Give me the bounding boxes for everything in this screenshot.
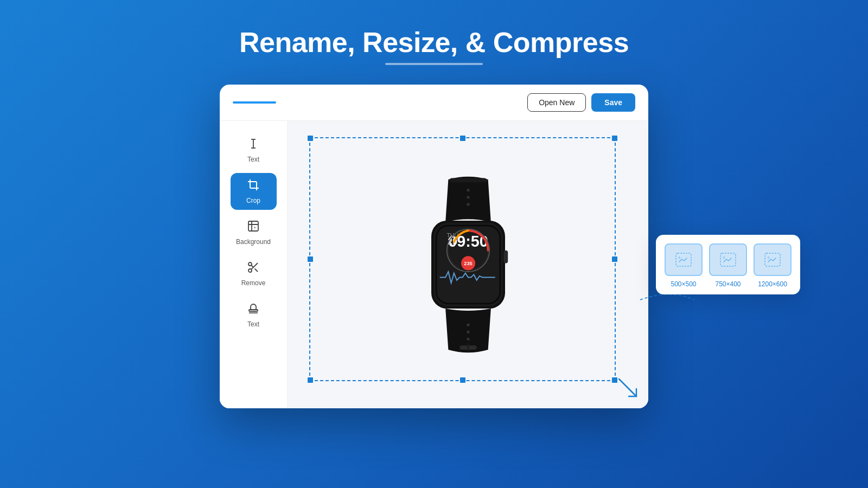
resize-panel-750[interactable]: 750×400 xyxy=(709,243,747,288)
text-tool-label: Text xyxy=(247,156,259,163)
sidebar-item-remove[interactable]: Remove xyxy=(231,255,277,292)
resize-thumb-500 xyxy=(665,243,703,276)
resize-label-500: 500×500 xyxy=(671,280,696,288)
svg-rect-33 xyxy=(676,253,691,266)
window-body: Text Crop xyxy=(220,121,648,408)
background-icon xyxy=(247,220,260,235)
save-button[interactable]: Save xyxy=(591,93,635,112)
sidebar-item-text[interactable]: Text xyxy=(231,132,277,169)
sidebar-item-background[interactable]: Background xyxy=(231,214,277,251)
svg-rect-35 xyxy=(720,253,736,266)
crop-icon xyxy=(247,178,260,194)
svg-point-14 xyxy=(467,203,469,206)
resize-panel-500[interactable]: 500×500 xyxy=(665,243,703,288)
svg-point-13 xyxy=(467,196,469,198)
canvas-area: 09:50 THU 20 235 xyxy=(288,121,648,408)
crop-handle-bottomleft[interactable] xyxy=(308,377,313,383)
svg-point-36 xyxy=(723,256,725,259)
crop-handle-bottomright[interactable] xyxy=(612,377,617,383)
svg-point-12 xyxy=(467,189,469,191)
resize-panels-card: 500×500 750×400 xyxy=(656,235,800,294)
scissors-icon xyxy=(247,261,260,276)
crop-handle-topleft[interactable] xyxy=(308,136,313,141)
svg-point-29 xyxy=(467,338,469,341)
resize-thumb-1200 xyxy=(754,243,792,276)
svg-point-5 xyxy=(248,269,252,272)
svg-rect-31 xyxy=(467,343,469,352)
text2-tool-label: Text xyxy=(247,320,259,328)
resize-label-750: 750×400 xyxy=(715,280,741,288)
svg-rect-26 xyxy=(503,251,508,264)
sidebar: Text Crop xyxy=(220,121,288,408)
open-new-button[interactable]: Open New xyxy=(527,93,586,112)
svg-line-7 xyxy=(254,268,258,272)
resize-arrow-indicator xyxy=(618,378,637,397)
background-tool-label: Background xyxy=(236,238,271,246)
svg-point-27 xyxy=(467,324,469,326)
svg-line-8 xyxy=(251,265,253,267)
app-window: Open New Save Text xyxy=(220,85,648,408)
text-cursor-icon xyxy=(247,137,260,152)
resize-label-1200: 1200×600 xyxy=(758,280,787,288)
remove-tool-label: Remove xyxy=(241,279,266,287)
resize-thumb-750 xyxy=(709,243,747,276)
svg-point-4 xyxy=(248,262,252,266)
svg-rect-11 xyxy=(450,178,487,182)
watch-preview-image: 09:50 THU 20 235 xyxy=(392,172,544,357)
crop-handle-midleft[interactable] xyxy=(308,256,313,262)
stamp-icon xyxy=(247,302,260,317)
header-buttons: Open New Save xyxy=(527,93,635,112)
resize-panel-1200[interactable]: 1200×600 xyxy=(754,243,792,288)
svg-rect-9 xyxy=(249,310,258,311)
page-title: Rename, Resize, & Compress xyxy=(239,26,629,65)
crop-tool-label: Crop xyxy=(246,197,260,204)
svg-text:235: 235 xyxy=(464,261,472,266)
svg-point-38 xyxy=(768,256,770,259)
crop-handle-topmid[interactable] xyxy=(460,136,465,141)
crop-handle-midright[interactable] xyxy=(612,256,617,262)
crop-handle-topright[interactable] xyxy=(612,136,617,141)
sidebar-item-crop[interactable]: Crop xyxy=(231,173,277,210)
crop-handle-bottommid[interactable] xyxy=(460,377,465,383)
window-header: Open New Save xyxy=(220,85,648,121)
svg-point-28 xyxy=(467,331,469,333)
sidebar-item-text2[interactable]: Text xyxy=(231,297,277,333)
svg-point-34 xyxy=(679,256,681,259)
svg-rect-37 xyxy=(765,253,780,266)
tab-bar xyxy=(233,101,276,104)
active-tab-indicator xyxy=(233,101,276,104)
svg-rect-3 xyxy=(248,221,258,231)
svg-line-32 xyxy=(619,379,636,396)
